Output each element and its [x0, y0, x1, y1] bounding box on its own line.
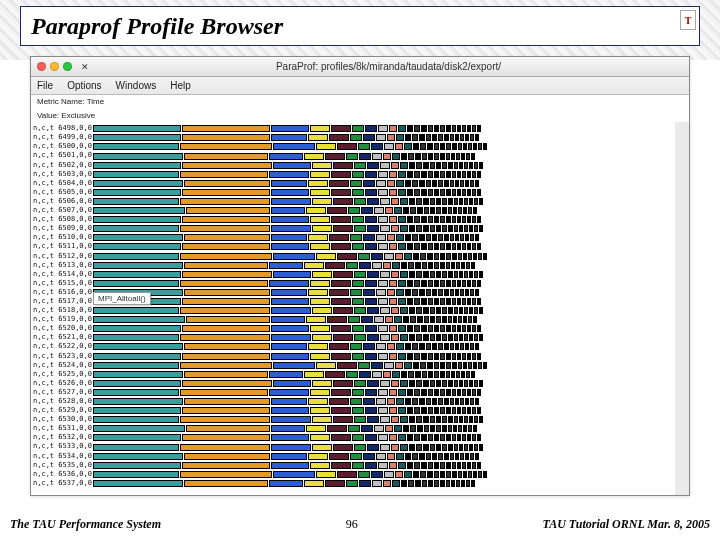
bar-segment[interactable]: [452, 434, 456, 441]
bar-segment[interactable]: [308, 234, 328, 241]
bar-segment[interactable]: [391, 307, 399, 314]
bar-segment[interactable]: [312, 416, 332, 423]
bar-segment[interactable]: [467, 298, 471, 305]
bar-segment[interactable]: [472, 171, 476, 178]
bar-segment[interactable]: [436, 416, 441, 423]
bar-segment[interactable]: [464, 198, 468, 205]
bar-segment[interactable]: [473, 143, 477, 150]
bar-segment[interactable]: [405, 398, 411, 405]
bar-segment[interactable]: [273, 253, 315, 260]
bar-segment[interactable]: [427, 143, 433, 150]
bar-segment[interactable]: [414, 298, 420, 305]
bar-segment[interactable]: [413, 253, 419, 260]
profile-bar-row[interactable]: [93, 361, 675, 370]
bar-segment[interactable]: [361, 316, 373, 323]
bar-segment[interactable]: [410, 425, 416, 432]
bar-segment[interactable]: [333, 198, 353, 205]
bar-segment[interactable]: [440, 462, 445, 469]
bar-segment[interactable]: [472, 325, 476, 332]
bar-segment[interactable]: [463, 362, 467, 369]
bar-segment[interactable]: [467, 389, 471, 396]
bar-segment[interactable]: [470, 134, 474, 141]
bar-segment[interactable]: [398, 325, 406, 332]
bar-segment[interactable]: [422, 371, 427, 378]
bar-segment[interactable]: [463, 143, 467, 150]
bar-segment[interactable]: [405, 180, 411, 187]
bar-segment[interactable]: [416, 162, 422, 169]
bar-segment[interactable]: [392, 153, 400, 160]
bar-segment[interactable]: [412, 398, 418, 405]
bar-segment[interactable]: [467, 353, 471, 360]
bar-segment[interactable]: [432, 398, 437, 405]
bar-segment[interactable]: [180, 307, 270, 314]
bar-segment[interactable]: [385, 316, 393, 323]
bar-segment[interactable]: [93, 362, 179, 369]
profile-bar-row[interactable]: [93, 224, 675, 233]
profile-bar-row[interactable]: [93, 161, 675, 170]
bar-segment[interactable]: [470, 234, 474, 241]
bar-segment[interactable]: [472, 243, 476, 250]
bar-segment[interactable]: [438, 398, 443, 405]
bar-segment[interactable]: [400, 198, 408, 205]
bar-segment[interactable]: [477, 216, 481, 223]
bar-segment[interactable]: [400, 271, 408, 278]
bar-segment[interactable]: [376, 453, 386, 460]
bar-segment[interactable]: [407, 243, 413, 250]
bar-segment[interactable]: [473, 425, 477, 432]
bar-segment[interactable]: [389, 434, 397, 441]
bar-segment[interactable]: [461, 262, 465, 269]
bar-segment[interactable]: [316, 253, 336, 260]
bar-segment[interactable]: [457, 243, 461, 250]
bar-segment[interactable]: [180, 280, 268, 287]
bar-segment[interactable]: [93, 143, 179, 150]
bar-segment[interactable]: [446, 153, 450, 160]
bar-segment[interactable]: [464, 271, 468, 278]
bar-segment[interactable]: [472, 389, 476, 396]
bar-segment[interactable]: [387, 289, 395, 296]
bar-segment[interactable]: [271, 325, 309, 332]
bar-segment[interactable]: [331, 462, 351, 469]
bar-segment[interactable]: [452, 216, 456, 223]
bar-segment[interactable]: [310, 125, 330, 132]
bar-segment[interactable]: [452, 462, 456, 469]
bar-segment[interactable]: [358, 362, 370, 369]
bar-segment[interactable]: [451, 480, 455, 487]
bar-segment[interactable]: [436, 380, 441, 387]
bar-segment[interactable]: [404, 471, 412, 478]
bar-segment[interactable]: [93, 325, 181, 332]
bar-segment[interactable]: [479, 307, 483, 314]
bar-segment[interactable]: [378, 171, 388, 178]
bar-segment[interactable]: [398, 462, 406, 469]
bar-segment[interactable]: [421, 434, 427, 441]
bar-segment[interactable]: [380, 380, 390, 387]
bar-segment[interactable]: [483, 471, 487, 478]
bar-segment[interactable]: [424, 316, 429, 323]
bar-segment[interactable]: [184, 180, 270, 187]
bar-segment[interactable]: [434, 371, 439, 378]
bar-segment[interactable]: [442, 316, 447, 323]
bar-segment[interactable]: [424, 207, 429, 214]
bar-segment[interactable]: [434, 471, 439, 478]
bar-segment[interactable]: [352, 389, 364, 396]
bar-segment[interactable]: [414, 389, 420, 396]
bar-segment[interactable]: [459, 162, 463, 169]
bar-segment[interactable]: [359, 371, 371, 378]
bar-segment[interactable]: [464, 380, 468, 387]
bar-segment[interactable]: [352, 125, 364, 132]
profile-bar-row[interactable]: [93, 306, 675, 315]
menu-file[interactable]: File: [37, 80, 53, 91]
bar-segment[interactable]: [396, 398, 404, 405]
bar-segment[interactable]: [316, 362, 336, 369]
bar-segment[interactable]: [329, 180, 349, 187]
bar-segment[interactable]: [450, 398, 454, 405]
bar-segment[interactable]: [470, 398, 474, 405]
bar-segment[interactable]: [416, 380, 422, 387]
bar-segment[interactable]: [398, 280, 406, 287]
bar-segment[interactable]: [312, 198, 332, 205]
bar-segment[interactable]: [407, 216, 413, 223]
bar-segment[interactable]: [378, 389, 388, 396]
bar-segment[interactable]: [434, 280, 439, 287]
bar-segment[interactable]: [426, 343, 431, 350]
bar-segment[interactable]: [354, 307, 366, 314]
bar-segment[interactable]: [468, 471, 472, 478]
